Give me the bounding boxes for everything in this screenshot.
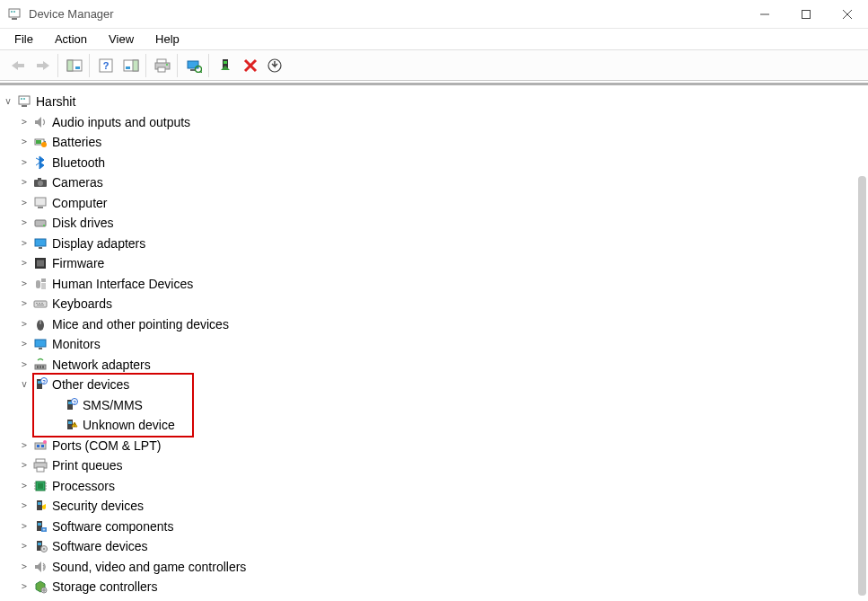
tree-row-cat-10[interactable]: >Mice and other pointing devices: [2, 314, 854, 335]
tree-row-cat-4[interactable]: >Computer: [2, 193, 854, 214]
tree-row-cat-11[interactable]: >Monitors: [2, 334, 854, 355]
expand-icon[interactable]: >: [18, 441, 31, 450]
vertical-scrollbar[interactable]: [858, 176, 866, 596]
svg-rect-11: [67, 60, 73, 71]
tree-label: Disk drives: [52, 217, 113, 229]
help-button[interactable]: ?: [95, 55, 117, 76]
tree-row-cat-3[interactable]: >Cameras: [2, 172, 854, 193]
show-hide-console-tree-button[interactable]: [64, 55, 85, 76]
forward-button[interactable]: [32, 55, 54, 76]
printer-icon: [32, 457, 48, 473]
menu-action[interactable]: Action: [46, 31, 96, 48]
root-icon: [16, 93, 32, 110]
svg-rect-59: [41, 303, 43, 304]
tree-row-cat-7[interactable]: >Firmware: [2, 253, 854, 274]
expand-icon[interactable]: >: [18, 158, 31, 167]
svg-rect-95: [37, 500, 42, 510]
disable-device-button[interactable]: [240, 55, 261, 76]
svg-point-33: [21, 98, 22, 100]
svg-rect-5: [802, 10, 811, 18]
print-button[interactable]: [152, 55, 173, 76]
expand-icon[interactable]: >: [18, 218, 31, 227]
tree-row-cat-2[interactable]: >Bluetooth: [2, 153, 854, 173]
expand-icon[interactable]: >: [18, 461, 31, 470]
tree-row-cat-8[interactable]: >Human Interface Devices: [2, 274, 854, 295]
mouse-icon: [32, 316, 48, 332]
expand-icon[interactable]: >: [18, 299, 31, 308]
svg-rect-12: [75, 66, 80, 69]
expand-icon[interactable]: >: [18, 522, 31, 531]
expand-icon[interactable]: >: [18, 501, 31, 510]
computer-icon: [32, 195, 48, 211]
tree-label: Bluetooth: [52, 156, 105, 169]
tree-label: Sound, video and game controllers: [52, 561, 246, 573]
tree-label: Network adapters: [52, 358, 151, 371]
svg-rect-82: [41, 445, 44, 447]
expand-icon[interactable]: >: [18, 259, 31, 268]
battery-icon: [32, 134, 48, 150]
ports-icon: [32, 437, 48, 454]
tree-label: Storage controllers: [52, 580, 158, 593]
tree-label: Processors: [52, 480, 115, 492]
tree-row-child-13-1[interactable]: >!Unknown device: [2, 415, 854, 436]
svg-rect-17: [126, 66, 130, 69]
expand-icon[interactable]: >: [18, 320, 31, 329]
expand-icon[interactable]: >: [18, 279, 31, 288]
back-button[interactable]: [7, 55, 29, 76]
expand-icon[interactable]: >: [18, 562, 31, 571]
unknown-q-icon: ?: [63, 397, 79, 413]
tree-row-cat-6[interactable]: >Display adapters: [2, 234, 854, 254]
minimize-button[interactable]: [744, 0, 785, 28]
tree-row-cat-15[interactable]: >Print queues: [2, 455, 854, 476]
tree-row-cat-1[interactable]: >Batteries: [2, 132, 854, 153]
expand-icon[interactable]: >: [18, 482, 31, 491]
svg-text:+: +: [43, 526, 46, 532]
tree-row-child-13-0[interactable]: >?SMS/MMS: [2, 395, 854, 416]
maximize-button[interactable]: [785, 0, 827, 28]
expand-icon[interactable]: >: [18, 340, 31, 349]
svg-line-25: [200, 71, 202, 73]
unknown-warn-icon: !: [63, 417, 79, 433]
tree-row-cat-17[interactable]: >Security devices: [2, 496, 854, 517]
tree-row-cat-20[interactable]: >Sound, video and game controllers: [2, 557, 854, 578]
tree-row-cat-19[interactable]: >Software devices: [2, 536, 854, 557]
scan-hardware-button[interactable]: [183, 55, 205, 76]
device-tree[interactable]: vHarshit>Audio inputs and outputs>Batter…: [0, 92, 868, 597]
enable-device-button[interactable]: [215, 55, 236, 76]
disk-icon: [32, 215, 48, 231]
expand-icon[interactable]: >: [18, 360, 31, 369]
tree-label: Monitors: [52, 338, 101, 350]
update-driver-button[interactable]: [265, 55, 286, 76]
svg-point-3: [13, 11, 15, 13]
expand-icon[interactable]: >: [18, 137, 31, 146]
svg-rect-32: [22, 105, 27, 107]
expand-placeholder: >: [48, 420, 61, 429]
expand-icon[interactable]: >: [18, 542, 31, 551]
tree-row-cat-13[interactable]: v?Other devices: [2, 375, 854, 395]
menu-file[interactable]: File: [5, 31, 42, 48]
collapse-icon[interactable]: v: [2, 97, 14, 106]
tree-row-cat-0[interactable]: >Audio inputs and outputs: [2, 112, 854, 133]
expand-icon[interactable]: >: [18, 199, 31, 208]
swcomp-icon: +: [32, 518, 48, 535]
menu-view[interactable]: View: [100, 31, 143, 48]
expand-icon[interactable]: >: [18, 178, 31, 187]
tree-row-cat-21[interactable]: >Storage controllers: [2, 577, 854, 597]
menubar: File Action View Help: [0, 29, 868, 50]
tree-row-cat-14[interactable]: >Ports (COM & LPT): [2, 436, 854, 456]
speaker-icon: [32, 114, 48, 130]
expand-icon[interactable]: >: [18, 118, 31, 127]
action-pane-button[interactable]: [120, 55, 142, 76]
collapse-icon[interactable]: v: [18, 380, 31, 389]
camera-icon: [32, 174, 48, 190]
tree-row-cat-12[interactable]: >Network adapters: [2, 355, 854, 376]
expand-icon[interactable]: >: [18, 239, 31, 248]
tree-row-cat-9[interactable]: >Keyboards: [2, 294, 854, 314]
close-button[interactable]: [827, 0, 868, 28]
tree-row-cat-18[interactable]: >+Software components: [2, 517, 854, 537]
expand-icon[interactable]: >: [18, 582, 31, 591]
tree-row-cat-16[interactable]: >Processors: [2, 476, 854, 497]
menu-help[interactable]: Help: [146, 31, 189, 48]
tree-row-cat-5[interactable]: >Disk drives: [2, 213, 854, 234]
tree-row-root[interactable]: vHarshit: [2, 92, 854, 112]
